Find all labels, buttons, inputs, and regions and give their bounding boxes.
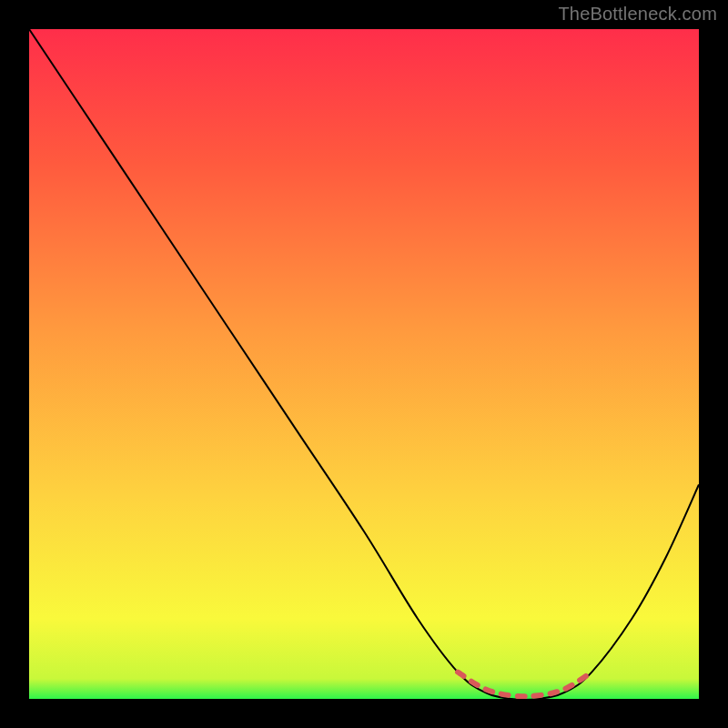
gradient-bg xyxy=(29,29,699,699)
chart-svg xyxy=(29,29,699,699)
watermark-text: TheBottleneck.com xyxy=(558,4,717,25)
chart-plot-area xyxy=(29,29,699,699)
